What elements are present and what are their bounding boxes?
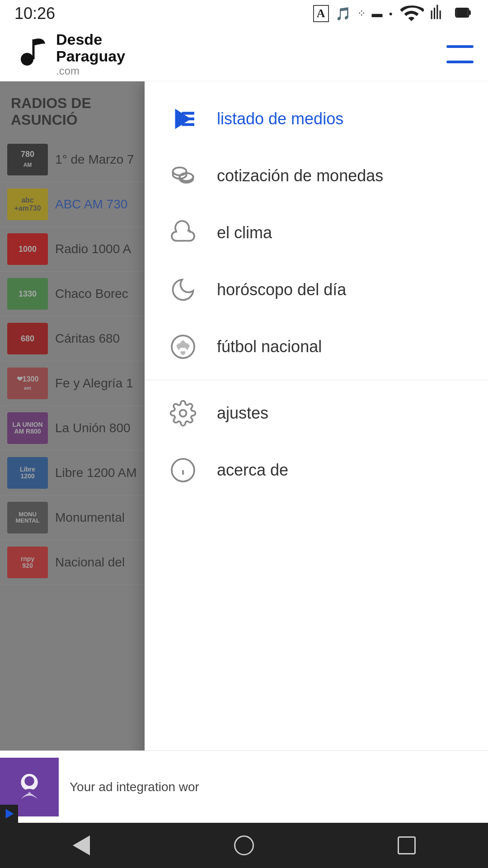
svg-marker-12 [180, 340, 187, 348]
main-area: RADIOS DE ASUNCIÓ 780AM 1° de Marzo 7 ab… [0, 81, 488, 823]
dots-icon: ⁘ [357, 8, 366, 19]
soccer-icon [167, 331, 199, 363]
menu-item-ajustes[interactable]: ajustes [145, 385, 488, 442]
svg-point-3 [21, 53, 33, 66]
svg-point-9 [173, 167, 187, 175]
menu-label-futbol: fútbol nacional [217, 337, 322, 356]
svg-point-21 [24, 776, 34, 786]
logo-text: Desde Paraguay .com [56, 31, 125, 77]
status-bar: 10:26 A 🎵 ⁘ ▬ ● [0, 0, 488, 27]
wifi-icon [399, 0, 424, 27]
moon-icon [167, 274, 199, 306]
drawer-menu: listado de medios cotización de monedas [145, 81, 488, 508]
signal-icon [430, 4, 447, 23]
svg-marker-15 [181, 351, 185, 355]
hamburger-line-2 [446, 61, 474, 63]
home-button[interactable] [226, 827, 262, 863]
menu-item-horoscopo[interactable]: horóscopo del día [145, 261, 488, 318]
logo-icon [14, 36, 51, 72]
ad-play-button[interactable] [0, 805, 18, 823]
ad-banner: ? Your ad integration wor [0, 750, 488, 823]
logo-domain: .com [56, 65, 125, 77]
svg-text:?: ? [28, 791, 31, 796]
menu-item-listado[interactable]: listado de medios [145, 90, 488, 147]
dot-icon: ● [389, 10, 393, 17]
menu-label-horoscopo: horóscopo del día [217, 280, 346, 299]
logo-container: Desde Paraguay .com [14, 31, 125, 77]
menu-divider [145, 380, 488, 380]
svg-rect-2 [456, 9, 468, 16]
notification-a-icon: A [313, 5, 329, 22]
menu-label-acerca: acerca de [217, 461, 288, 480]
menu-item-acerca[interactable]: acerca de [145, 442, 488, 499]
menu-label-clima: el clima [217, 223, 272, 242]
menu-label-cotizacion: cotización de monedas [217, 166, 383, 185]
playlist-icon [167, 103, 199, 135]
sd-icon: ▬ [372, 7, 383, 20]
drawer-panel: listado de medios cotización de monedas [145, 81, 488, 823]
svg-rect-1 [469, 10, 471, 15]
app-header: Desde Paraguay .com [0, 27, 488, 81]
logo-desde: Desde [56, 31, 125, 48]
info-icon [167, 454, 199, 486]
home-circle-icon [234, 835, 254, 855]
hamburger-button[interactable] [446, 45, 474, 63]
gear-icon [167, 397, 199, 429]
svg-point-16 [180, 410, 187, 417]
recents-square-icon [398, 836, 416, 854]
hamburger-line-1 [446, 45, 474, 48]
menu-item-cotizacion[interactable]: cotización de monedas [145, 147, 488, 204]
menu-label-listado: listado de medios [217, 109, 343, 128]
ad-text: Your ad integration wor [59, 780, 210, 794]
music-icon: 🎵 [335, 6, 351, 21]
menu-item-futbol[interactable]: fútbol nacional [145, 318, 488, 375]
logo-paraguay: Paraguay [56, 48, 125, 65]
svg-marker-23 [6, 809, 14, 819]
status-icons: A 🎵 ⁘ ▬ ● [313, 0, 474, 27]
bottom-navigation [0, 823, 488, 868]
menu-item-clima[interactable]: el clima [145, 204, 488, 261]
battery-icon [454, 4, 474, 23]
back-triangle-icon [73, 835, 90, 855]
menu-label-ajustes: ajustes [217, 404, 268, 423]
recents-button[interactable] [389, 827, 425, 863]
status-time: 10:26 [14, 4, 55, 23]
back-button[interactable] [63, 827, 99, 863]
cloud-icon [167, 217, 199, 249]
coins-icon [167, 160, 199, 192]
